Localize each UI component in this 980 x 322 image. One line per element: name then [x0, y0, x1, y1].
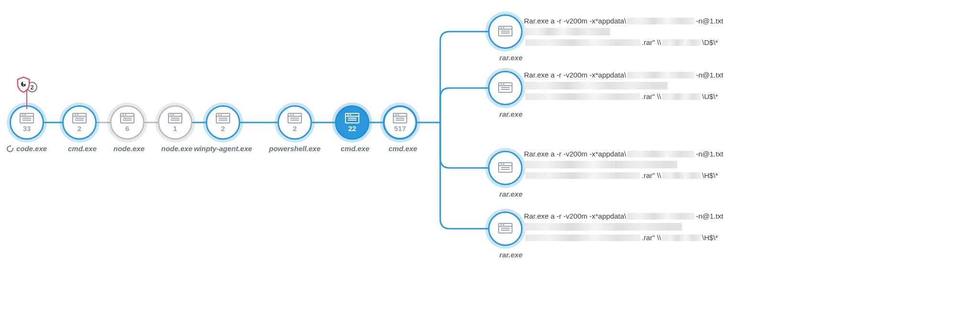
- process-label: powershell.exe: [269, 144, 321, 153]
- process-label: winpty-agent.exe: [194, 144, 252, 153]
- process-circle: 33: [10, 105, 44, 140]
- svg-rect-10: [23, 85, 24, 86]
- window-icon: [393, 113, 407, 123]
- window-icon: [120, 113, 134, 123]
- window-icon: [20, 113, 34, 123]
- window-icon: [498, 82, 512, 93]
- process-node-cmd-exe-selected[interactable]: 22 cmd.exe: [335, 105, 369, 153]
- process-node-powershell-exe[interactable]: 2 powershell.exe: [278, 105, 312, 153]
- process-label: rar.exe: [500, 251, 523, 259]
- command-line-3: Rar.exe a -r -v200m -x*appdata\-n@1.txt …: [524, 211, 735, 244]
- process-node-cmd-exe-517[interactable]: 517 cmd.exe: [383, 105, 417, 153]
- window-icon: [498, 26, 512, 36]
- process-label: node.exe: [161, 144, 192, 153]
- process-node-winpty-agent-exe[interactable]: 2 winpty-agent.exe: [206, 105, 240, 153]
- process-label: node.exe: [113, 144, 145, 153]
- command-line-1: Rar.exe a -r -v200m -x*appdata\-n@1.txt …: [524, 69, 735, 102]
- process-node-node-exe-1[interactable]: 6 node.exe: [110, 105, 145, 153]
- process-node-code-exe[interactable]: 2 33 code.exe: [10, 105, 44, 153]
- window-icon: [345, 113, 359, 123]
- command-line-0: Rar.exe a -r -v200m -x*appdata\-n@1.txt …: [524, 15, 735, 48]
- process-label: cmd.exe: [341, 144, 369, 153]
- window-icon: [168, 113, 182, 123]
- window-icon: [498, 223, 512, 233]
- process-label: rar.exe: [500, 190, 523, 198]
- process-node-rar-exe-0[interactable]: rar.exe: [488, 14, 523, 62]
- process-node-rar-exe-3[interactable]: rar.exe: [488, 211, 523, 259]
- process-label: code.exe: [10, 144, 44, 153]
- process-node-node-exe-2[interactable]: 1 node.exe: [158, 105, 192, 153]
- process-label: cmd.exe: [389, 144, 417, 153]
- command-line-2: Rar.exe a -r -v200m -x*appdata\-n@1.txt …: [524, 148, 735, 181]
- refresh-icon: [6, 144, 15, 153]
- window-icon: [216, 113, 230, 123]
- process-label: rar.exe: [500, 54, 523, 62]
- process-node-rar-exe-2[interactable]: rar.exe: [488, 151, 523, 199]
- window-icon: [72, 113, 87, 123]
- process-node-rar-exe-1[interactable]: rar.exe: [488, 71, 523, 119]
- process-node-cmd-exe[interactable]: 2 cmd.exe: [62, 105, 97, 153]
- process-label: cmd.exe: [68, 144, 97, 153]
- window-icon: [498, 162, 512, 173]
- process-count: 33: [23, 125, 31, 132]
- process-label: rar.exe: [500, 110, 523, 118]
- alert-badge[interactable]: 2: [16, 77, 37, 93]
- shield-icon: [16, 77, 31, 93]
- window-icon: [288, 113, 302, 123]
